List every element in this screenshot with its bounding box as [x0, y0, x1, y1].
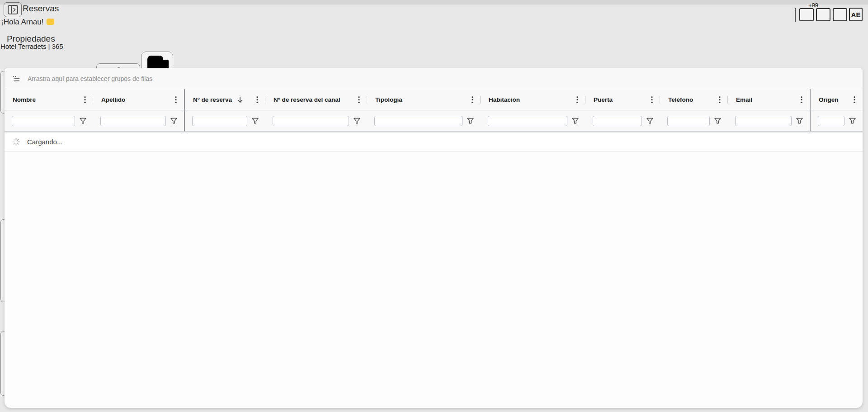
- fist-bump-emoji: 👊: [47, 19, 54, 25]
- filter-funnel-icon[interactable]: [251, 117, 259, 124]
- column-menu-icon[interactable]: [471, 94, 474, 105]
- column-header-tipologia[interactable]: Tipología: [367, 89, 481, 110]
- column-label: Puerta: [594, 96, 613, 103]
- column-header-nombre[interactable]: Nombre: [5, 89, 93, 110]
- column-header-n-de-reserva-del-canal[interactable]: Nº de reserva del canal: [265, 89, 367, 110]
- filter-input-telefono[interactable]: [667, 116, 710, 126]
- filter-funnel-icon[interactable]: [571, 117, 579, 124]
- toolbar-button-1[interactable]: [799, 8, 814, 21]
- row-groups-icon: [12, 75, 20, 83]
- filter-input-n-de-reserva-del-canal[interactable]: [273, 116, 349, 126]
- row-group-hint: Arrastra aquí para establecer grupos de …: [28, 75, 152, 82]
- column-menu-icon[interactable]: [853, 94, 856, 105]
- column-header-telefono[interactable]: Teléfono: [660, 89, 728, 110]
- filter-funnel-icon[interactable]: [714, 117, 722, 124]
- filter-funnel-icon[interactable]: [353, 117, 361, 124]
- filter-input-n-de-reserva[interactable]: [192, 116, 247, 126]
- filter-cell-telefono: [660, 110, 728, 131]
- column-menu-icon[interactable]: [718, 94, 722, 105]
- column-menu-icon[interactable]: [174, 94, 178, 105]
- header-row: NombreApellidoNº de reservaNº de reserva…: [5, 89, 863, 110]
- notification-badge: +99: [808, 2, 818, 9]
- column-menu-icon[interactable]: [576, 94, 579, 105]
- filter-cell-email: [728, 110, 811, 131]
- filter-funnel-icon[interactable]: [646, 117, 654, 124]
- filter-funnel-icon[interactable]: [467, 117, 474, 124]
- toolbar-button-2[interactable]: [816, 8, 830, 21]
- column-label: Tipología: [375, 96, 402, 103]
- column-label: Teléfono: [668, 96, 693, 103]
- filter-input-puerta[interactable]: [593, 116, 642, 126]
- column-menu-icon[interactable]: [800, 94, 803, 105]
- column-header-email[interactable]: Email: [728, 89, 811, 110]
- filter-cell-n-de-reserva: [185, 110, 265, 131]
- sidebar-toggle-button[interactable]: [4, 2, 22, 17]
- column-label: Habitación: [489, 96, 520, 103]
- avatar[interactable]: AE: [849, 8, 863, 21]
- column-label: Nº de reserva: [193, 96, 232, 103]
- filter-funnel-icon[interactable]: [796, 117, 803, 124]
- reservations-grid: Arrastra aquí para establecer grupos de …: [5, 68, 863, 408]
- column-header-habitacion[interactable]: Habitación: [481, 89, 585, 110]
- column-label: Email: [736, 96, 752, 103]
- filter-cell-tipologia: [367, 110, 481, 131]
- filter-input-nombre[interactable]: [12, 116, 75, 126]
- column-menu-icon[interactable]: [255, 94, 259, 105]
- page-title: Reservas: [23, 4, 59, 14]
- filter-cell-origen: [811, 110, 863, 131]
- filter-funnel-icon[interactable]: [170, 117, 178, 124]
- column-menu-icon[interactable]: [357, 94, 361, 105]
- row-group-drop-zone[interactable]: Arrastra aquí para establecer grupos de …: [5, 68, 863, 89]
- column-label: Nombre: [13, 96, 36, 103]
- filter-input-email[interactable]: [735, 116, 792, 126]
- column-header-n-de-reserva[interactable]: Nº de reserva: [185, 89, 265, 110]
- column-label: Nº de reserva del canal: [274, 96, 340, 103]
- sort-desc-icon: [237, 96, 243, 103]
- filter-input-tipologia[interactable]: [374, 116, 462, 126]
- greeting: ¡Hola Arnau!👊: [1, 18, 54, 27]
- filter-funnel-icon[interactable]: [849, 117, 856, 124]
- panel-expand-icon: [8, 5, 18, 14]
- column-label: Origen: [819, 96, 839, 103]
- toolbar-button-3[interactable]: [833, 8, 847, 21]
- loading-spinner-icon: [12, 138, 20, 146]
- top-strip: [0, 0, 868, 5]
- property-selector-label: Hotel Terradets | 365: [0, 43, 63, 50]
- column-header-origen[interactable]: Origen: [811, 89, 863, 110]
- filter-funnel-icon[interactable]: [79, 117, 87, 124]
- filter-cell-habitacion: [481, 110, 585, 131]
- filter-input-origen[interactable]: [818, 116, 844, 126]
- toolbar-divider: [795, 8, 796, 22]
- filter-row: [5, 110, 863, 132]
- filter-cell-n-de-reserva-del-canal: [265, 110, 367, 131]
- column-menu-icon[interactable]: [650, 94, 654, 105]
- filter-cell-apellido: [93, 110, 185, 131]
- loading-row: Cargando...: [5, 132, 863, 152]
- filter-cell-puerta: [585, 110, 660, 131]
- loading-label: Cargando...: [27, 138, 62, 146]
- column-label: Apellido: [101, 96, 125, 103]
- column-header-puerta[interactable]: Puerta: [585, 89, 660, 110]
- filter-cell-nombre: [5, 110, 93, 131]
- column-menu-icon[interactable]: [83, 94, 87, 105]
- filter-input-apellido[interactable]: [100, 116, 166, 126]
- filter-input-habitacion[interactable]: [488, 116, 567, 126]
- column-header-apellido[interactable]: Apellido: [93, 89, 185, 110]
